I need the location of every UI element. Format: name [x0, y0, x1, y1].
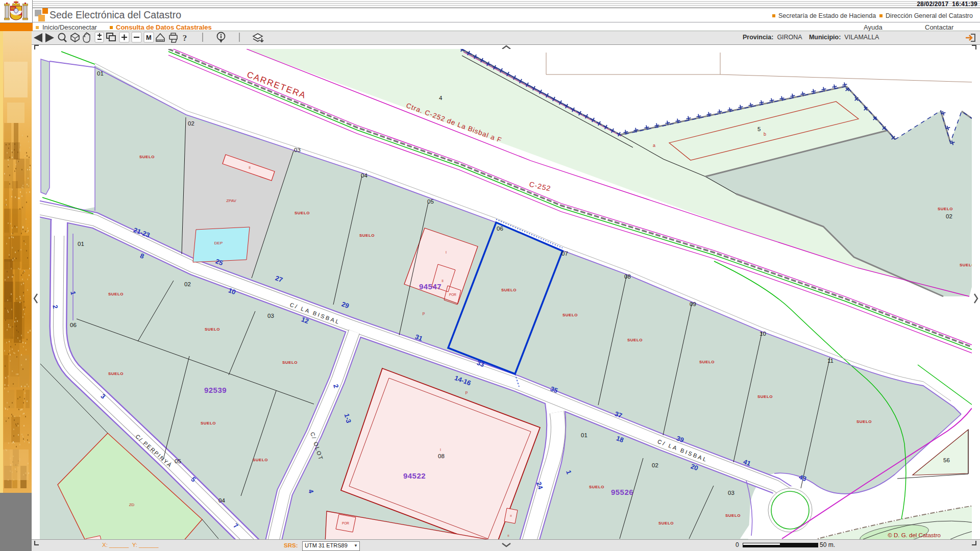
svg-text:06: 06 — [70, 322, 77, 328]
svg-text:II: II — [442, 279, 444, 283]
svg-text:SUELO: SUELO — [295, 211, 310, 215]
svg-text:01: 01 — [97, 70, 104, 77]
svg-text:04: 04 — [218, 497, 225, 504]
svg-text:I: I — [446, 251, 447, 254]
svg-text:SUELO: SUELO — [501, 288, 517, 292]
svg-text:ZPAV: ZPAV — [226, 198, 236, 203]
svg-text:a: a — [653, 143, 655, 148]
svg-text:I: I — [440, 448, 441, 452]
svg-text:II: II — [249, 166, 251, 169]
svg-text:5: 5 — [757, 126, 761, 132]
svg-text:08: 08 — [624, 273, 631, 280]
svg-text:03: 03 — [267, 313, 274, 319]
svg-text:SUELO: SUELO — [589, 485, 604, 489]
svg-text:SUELO: SUELO — [282, 360, 298, 365]
svg-text:SUELO: SUELO — [139, 155, 155, 159]
svg-text:SUELO: SUELO — [938, 207, 953, 211]
svg-text:POR: POR — [342, 521, 349, 525]
svg-text:SUELO: SUELO — [658, 521, 674, 525]
svg-text:?: ? — [183, 33, 187, 43]
svg-text:02: 02 — [184, 281, 191, 287]
svg-text:p: p — [423, 311, 425, 315]
svg-text:SUELO: SUELO — [108, 371, 124, 376]
svg-text:06: 06 — [497, 226, 503, 232]
svg-text:03: 03 — [294, 147, 301, 153]
svg-text:01: 01 — [78, 241, 84, 247]
svg-text:02: 02 — [652, 462, 658, 468]
svg-text:M: M — [146, 34, 152, 41]
svg-text:92539: 92539 — [204, 386, 227, 394]
svg-text:05: 05 — [427, 198, 434, 205]
svg-text:SUELO: SUELO — [960, 263, 972, 267]
svg-text:b: b — [764, 132, 766, 137]
svg-text:SUELO: SUELO — [627, 338, 643, 342]
svg-text:11: 11 — [827, 358, 834, 364]
svg-text:56: 56 — [943, 457, 950, 463]
svg-text:SUELO: SUELO — [699, 360, 715, 364]
svg-text:94522: 94522 — [403, 471, 426, 480]
svg-text:05: 05 — [175, 458, 181, 464]
svg-text:01: 01 — [581, 432, 587, 438]
svg-text:SUELO: SUELO — [253, 458, 268, 462]
svg-text:ZD: ZD — [129, 503, 135, 507]
svg-text:SUELO: SUELO — [201, 421, 216, 425]
svg-text:02: 02 — [188, 120, 194, 127]
svg-text:SUELO: SUELO — [725, 513, 741, 518]
svg-text:II: II — [510, 514, 512, 517]
svg-text:DEP: DEP — [214, 241, 223, 245]
svg-text:SUELO: SUELO — [359, 233, 375, 238]
svg-text:03: 03 — [728, 490, 734, 496]
svg-text:94547: 94547 — [419, 282, 442, 291]
svg-text:SUELO: SUELO — [205, 327, 220, 332]
svg-text:04: 04 — [361, 172, 368, 179]
svg-text:SUELO: SUELO — [757, 394, 773, 399]
svg-text:07: 07 — [561, 251, 568, 257]
svg-text:p: p — [465, 390, 468, 394]
svg-text:II: II — [507, 534, 509, 537]
svg-text:© D. G. del Catastro: © D. G. del Catastro — [888, 532, 941, 538]
svg-text:POR: POR — [449, 293, 456, 296]
svg-text:02: 02 — [946, 213, 952, 219]
svg-text:4: 4 — [439, 95, 443, 101]
svg-text:95526: 95526 — [611, 488, 633, 496]
svg-text:08: 08 — [438, 453, 445, 459]
svg-text:SUELO: SUELO — [856, 419, 872, 424]
svg-text:SUELO: SUELO — [562, 313, 578, 317]
svg-text:SUELO: SUELO — [108, 292, 124, 296]
svg-text:09: 09 — [690, 301, 696, 307]
svg-text:10: 10 — [760, 331, 766, 337]
